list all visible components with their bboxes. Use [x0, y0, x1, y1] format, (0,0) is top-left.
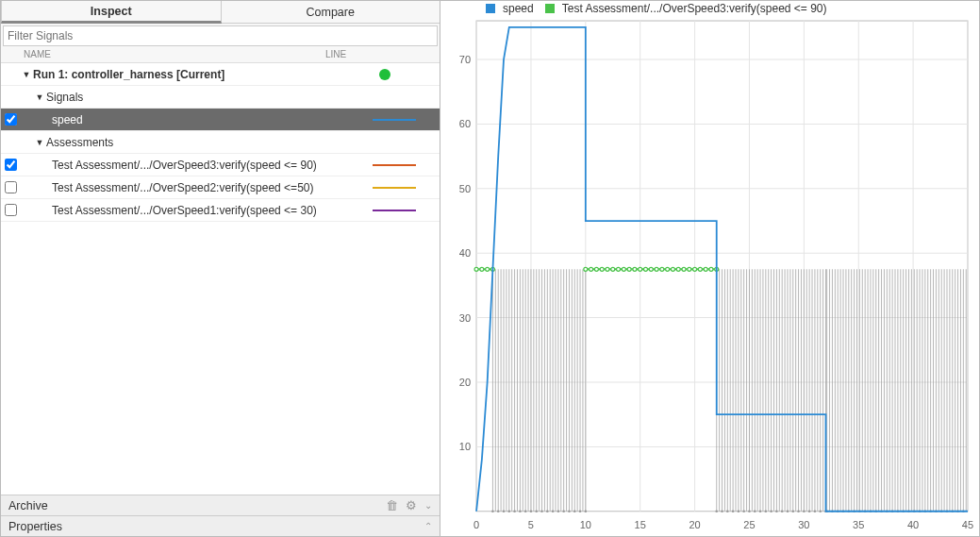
svg-text:60: 60 [459, 119, 471, 130]
legend-label-2: Test Assessment/.../OverSpeed3:verify(sp… [562, 2, 827, 15]
caret-down-icon: ▼ [33, 92, 46, 102]
chevron-down-icon[interactable]: ⌄ [424, 500, 432, 511]
line-swatch-icon [373, 119, 416, 121]
properties-bar[interactable]: Properties ⌃ [1, 515, 440, 536]
tab-inspect[interactable]: Inspect [1, 1, 222, 24]
chevron-up-icon[interactable]: ⌃ [424, 521, 432, 531]
svg-point-249 [666, 267, 670, 271]
svg-text:20: 20 [459, 377, 471, 388]
svg-point-248 [660, 267, 664, 271]
run-label: Run 1: controller_harness [Current] [33, 68, 335, 81]
svg-point-236 [594, 267, 598, 271]
svg-point-234 [584, 267, 588, 271]
svg-point-245 [643, 267, 647, 271]
signal-tree: ▼ Run 1: controller_harness [Current] ▼ … [1, 63, 440, 495]
filter-signals-container [3, 25, 438, 46]
svg-point-246 [649, 267, 653, 271]
svg-point-254 [693, 267, 697, 271]
svg-point-86 [579, 511, 582, 513]
svg-point-145 [803, 511, 806, 513]
svg-text:5: 5 [528, 519, 534, 530]
svg-text:25: 25 [743, 519, 755, 530]
caret-down-icon: ▼ [33, 138, 46, 147]
svg-point-235 [590, 267, 593, 271]
gear-icon[interactable]: ⚙ [406, 498, 417, 512]
legend-swatch-icon [545, 4, 555, 13]
chart-plot[interactable]: 05101520253035404510203040506070 [440, 15, 979, 536]
signal-row-over3[interactable]: Test Assessment/.../OverSpeed3:verify(sp… [1, 154, 440, 176]
signal-checkbox[interactable] [5, 113, 17, 126]
svg-point-130 [721, 511, 723, 513]
svg-point-137 [759, 511, 762, 513]
svg-point-256 [704, 267, 707, 271]
svg-point-132 [732, 511, 735, 513]
svg-point-144 [797, 511, 800, 513]
signals-group-row[interactable]: ▼ Signals [1, 86, 440, 109]
status-dot-icon [379, 69, 390, 80]
svg-point-135 [748, 511, 751, 513]
svg-text:40: 40 [459, 247, 471, 259]
svg-point-75 [519, 511, 522, 513]
filter-signals-input[interactable] [4, 26, 437, 45]
signal-label: speed [52, 113, 354, 126]
svg-point-133 [738, 511, 740, 513]
svg-point-147 [814, 511, 817, 513]
svg-point-72 [503, 511, 506, 513]
svg-point-129 [715, 511, 718, 513]
svg-text:70: 70 [459, 54, 471, 65]
signal-checkbox[interactable] [5, 181, 17, 193]
run-row[interactable]: ▼ Run 1: controller_harness [Current] [1, 63, 440, 86]
trash-icon[interactable]: 🗑 [386, 498, 398, 512]
signal-row-over1[interactable]: Test Assessment/.../OverSpeed1:verify(sp… [1, 199, 440, 222]
svg-point-243 [633, 267, 637, 271]
svg-point-247 [655, 267, 658, 271]
signal-checkbox[interactable] [5, 204, 17, 216]
svg-point-142 [787, 511, 789, 513]
signal-row-over2[interactable]: Test Assessment/.../OverSpeed2:verify(sp… [1, 176, 440, 199]
signal-row-speed[interactable]: speed [1, 109, 440, 131]
svg-point-253 [688, 267, 691, 271]
svg-point-250 [671, 267, 674, 271]
chart-legend: speed Test Assessment/.../OverSpeed3:ver… [440, 1, 979, 15]
svg-text:45: 45 [962, 519, 973, 530]
archive-bar[interactable]: Archive 🗑 ⚙ ⌄ [1, 495, 440, 515]
line-swatch-icon [373, 187, 416, 189]
line-swatch-icon [373, 164, 416, 166]
column-name: NAME [5, 49, 325, 59]
assessments-group-label: Assessments [46, 136, 348, 149]
signals-group-label: Signals [46, 91, 348, 104]
svg-point-251 [676, 267, 680, 271]
svg-point-84 [568, 511, 571, 513]
svg-point-81 [552, 511, 555, 513]
svg-point-82 [557, 511, 560, 513]
svg-point-231 [486, 267, 490, 271]
svg-point-80 [546, 511, 549, 513]
svg-text:35: 35 [853, 519, 864, 530]
tab-compare[interactable]: Compare [222, 1, 440, 24]
line-swatch-icon [373, 210, 416, 211]
caret-down-icon: ▼ [20, 70, 33, 79]
svg-point-252 [682, 267, 686, 271]
svg-text:0: 0 [473, 519, 479, 530]
svg-point-71 [497, 511, 500, 513]
svg-point-73 [507, 511, 510, 513]
svg-point-85 [573, 511, 576, 513]
svg-point-143 [791, 511, 794, 513]
panel-tabs: Inspect Compare [1, 1, 440, 24]
svg-point-83 [562, 511, 565, 513]
svg-point-255 [698, 267, 702, 271]
svg-point-140 [775, 511, 778, 513]
assessments-group-row[interactable]: ▼ Assessments [1, 131, 440, 154]
signal-checkbox[interactable] [5, 159, 17, 171]
signal-label: Test Assessment/.../OverSpeed3:verify(sp… [52, 159, 354, 172]
svg-point-257 [709, 267, 713, 271]
svg-text:20: 20 [689, 519, 700, 530]
column-line: LINE [325, 49, 436, 59]
svg-text:30: 30 [459, 312, 471, 324]
svg-point-70 [491, 511, 494, 513]
svg-point-239 [611, 267, 615, 271]
svg-point-138 [765, 511, 768, 513]
svg-point-131 [726, 511, 729, 513]
svg-point-78 [535, 511, 538, 513]
svg-point-77 [530, 511, 533, 513]
